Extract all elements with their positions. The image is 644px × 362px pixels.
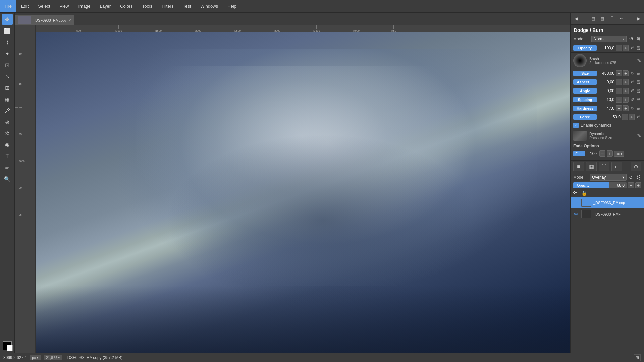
menu-tools[interactable]: Tools — [138, 0, 157, 12]
size-label-button[interactable]: Size — [573, 71, 597, 76]
panel-layers-button[interactable]: ▤ — [589, 15, 597, 23]
layer-mode-chain[interactable]: ⛓ — [635, 174, 641, 180]
layer-opacity-decrease[interactable]: − — [628, 182, 634, 188]
text-tool[interactable]: T — [2, 151, 13, 162]
lasso-tool[interactable]: ⌇ — [2, 37, 13, 48]
angle-decrease-button[interactable]: − — [616, 88, 622, 94]
panel-paths-button[interactable]: ⌒ — [608, 15, 616, 23]
path-tool[interactable]: ✏ — [2, 162, 13, 173]
hardness-decrease-button[interactable]: − — [616, 105, 622, 111]
size-chain-button[interactable]: ⛓ — [636, 71, 641, 76]
menu-image[interactable]: Image — [73, 0, 95, 12]
mode-reset-button[interactable]: ↺ — [628, 36, 634, 42]
hardness-increase-button[interactable]: + — [623, 105, 629, 111]
panel-settings-button[interactable]: ⚙ — [631, 162, 641, 171]
angle-increase-button[interactable]: + — [623, 88, 629, 94]
aspect-label-button[interactable]: Aspect ... — [573, 79, 597, 85]
menu-filters[interactable]: Filters — [157, 0, 178, 12]
opacity-increase-button[interactable]: + — [623, 45, 629, 51]
spacing-reset-button[interactable]: ↺ — [629, 97, 635, 103]
menu-edit[interactable]: Edit — [16, 0, 33, 12]
aspect-increase-button[interactable]: + — [623, 79, 629, 85]
paths-tab[interactable]: ⌒ — [599, 162, 609, 171]
menu-help[interactable]: Help — [223, 0, 241, 12]
foreground-color[interactable] — [3, 341, 12, 350]
force-increase-button[interactable]: + — [629, 114, 635, 120]
spacing-chain-button[interactable]: ⛓ — [636, 97, 641, 102]
brush-preview[interactable] — [573, 54, 587, 67]
lock-icon[interactable]: 🔒 — [581, 190, 587, 196]
opacity-chain-button[interactable]: ⛓ — [636, 45, 641, 51]
mode-chain-button[interactable]: ⛓ — [635, 36, 641, 42]
menu-layer[interactable]: Layer — [95, 0, 116, 12]
background-color[interactable] — [7, 345, 13, 351]
menu-select[interactable]: Select — [33, 0, 55, 12]
eye-icon[interactable]: 👁 — [573, 190, 579, 196]
angle-label-button[interactable]: Angle — [573, 88, 597, 94]
spacing-decrease-button[interactable]: − — [616, 97, 622, 103]
aspect-decrease-button[interactable]: − — [616, 79, 622, 85]
dynamics-edit-button[interactable]: ✎ — [637, 133, 641, 139]
mode-dropdown[interactable]: Normal ▾ — [591, 36, 627, 42]
transform-tool[interactable]: ⤡ — [2, 71, 13, 82]
angle-reset-button[interactable]: ↺ — [629, 88, 635, 94]
hardness-reset-button[interactable]: ↺ — [629, 105, 635, 111]
opacity-label-button[interactable]: Opacity — [573, 45, 597, 51]
aspect-reset-button[interactable]: ↺ — [629, 79, 635, 85]
grid-tool[interactable]: ⊞ — [2, 82, 13, 93]
layer-mode-dropdown[interactable]: Overlay ▾ — [590, 174, 627, 181]
layer-item-original[interactable]: 👁 _DSF0933_RAF — [571, 208, 644, 220]
layers-tab[interactable]: ≡ — [573, 162, 584, 171]
unit-selector[interactable]: px ▾ — [30, 355, 41, 360]
fade-decrease-button[interactable]: − — [599, 150, 605, 157]
force-decrease-button[interactable]: − — [622, 114, 628, 120]
layer-eye-original[interactable]: 👁 — [573, 211, 579, 218]
channels-tab[interactable]: ▦ — [586, 162, 597, 171]
fade-unit-dropdown[interactable]: px ▾ — [614, 151, 624, 157]
layer-mode-reset[interactable]: ↺ — [628, 174, 634, 180]
menu-colors[interactable]: Colors — [115, 0, 138, 12]
layer-opacity-increase[interactable]: + — [635, 182, 641, 188]
view-options-button[interactable]: ⊞ — [634, 354, 641, 361]
panel-undo-button[interactable]: ↩ — [618, 15, 626, 23]
menu-file[interactable]: File — [0, 0, 16, 12]
menu-test[interactable]: Test — [178, 0, 196, 12]
size-increase-button[interactable]: + — [623, 70, 629, 76]
fade-increase-button[interactable]: + — [607, 150, 613, 157]
layer-opacity-label[interactable]: Opacity — [575, 183, 591, 188]
panel-prev-button[interactable]: ◀ — [572, 15, 580, 23]
fade-label-button[interactable]: Fa... — [573, 151, 585, 156]
force-reset-button[interactable]: ↺ — [635, 114, 641, 120]
layer-item-copy[interactable]: 👁 _DSF0933_RA cop — [571, 197, 644, 208]
menu-view[interactable]: View — [55, 0, 74, 12]
canvas-display[interactable] — [36, 32, 570, 353]
dodge-burn-tool[interactable]: ◉ — [2, 139, 13, 150]
panel-next-button[interactable]: ▶ — [635, 15, 643, 23]
force-label-button[interactable]: Force — [573, 114, 597, 120]
select-rect-tool[interactable]: ⬜ — [2, 25, 13, 36]
aspect-chain-button[interactable]: ⛓ — [636, 79, 641, 85]
brush-edit-button[interactable]: ✎ — [637, 58, 641, 64]
layer-opacity-slider[interactable]: Opacity 68,0 — [573, 182, 627, 188]
layer-eye-copy[interactable]: 👁 — [573, 199, 579, 206]
canvas-tab[interactable]: _DSF0933_RA copy × — [15, 15, 74, 25]
clone-tool[interactable]: ✲ — [2, 128, 13, 139]
zoom-level[interactable]: 21,8 % ▾ — [44, 355, 62, 360]
dynamics-thumbnail[interactable] — [573, 131, 587, 141]
history-tab[interactable]: ↩ — [611, 162, 622, 171]
menu-windows[interactable]: Windows — [196, 0, 223, 12]
opacity-reset-button[interactable]: ↺ — [629, 45, 635, 51]
heal-tool[interactable]: ⊕ — [2, 117, 13, 127]
hardness-chain-button[interactable]: ⛓ — [636, 106, 641, 111]
hardness-label-button[interactable]: Hardness — [573, 106, 597, 111]
wand-tool[interactable]: ✦ — [2, 48, 13, 59]
size-reset-button[interactable]: ↺ — [629, 70, 635, 76]
size-decrease-button[interactable]: − — [616, 70, 622, 76]
tab-close-button[interactable]: × — [69, 18, 71, 23]
crop-tool[interactable]: ⊡ — [2, 60, 13, 70]
panel-channels-button[interactable]: ▦ — [599, 15, 607, 23]
opacity-decrease-button[interactable]: − — [616, 45, 622, 51]
spacing-increase-button[interactable]: + — [623, 97, 629, 103]
move-tool[interactable]: ✥ — [2, 14, 13, 25]
zoom-tool[interactable]: 🔍 — [2, 174, 13, 184]
